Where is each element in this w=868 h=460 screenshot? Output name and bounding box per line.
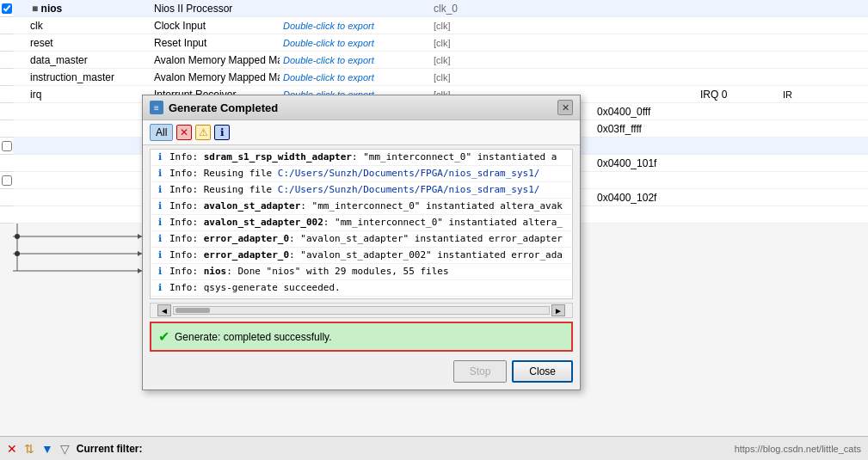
svg-point-36	[15, 251, 20, 256]
svg-point-35	[15, 234, 20, 239]
filter-error-icon[interactable]: ✕	[176, 125, 192, 140]
log-entry: ℹ Info: avalon_st_adapter_002: "mm_inter…	[151, 215, 572, 231]
table-row[interactable]: clk Clock Input Double-click to export […	[13, 17, 868, 34]
row-irq-extra: IR	[766, 89, 792, 100]
log-info-icon: ℹ	[154, 232, 166, 246]
log-text: Info: Reusing file C:/Users/Sunzh/Docume…	[169, 167, 569, 181]
row-name: data_master	[13, 54, 151, 66]
row-desc: Avalon Memory Mapped Master	[151, 71, 280, 83]
stop-button[interactable]: Stop	[453, 360, 508, 383]
row-name: irq	[13, 89, 151, 101]
row-end: 0x0400_101f	[594, 157, 697, 169]
status-message: Generate: completed successfully.	[175, 331, 332, 343]
log-text: Info: nios: Done "nios" with 29 modules,…	[169, 265, 569, 279]
filter-info-icon[interactable]: ℹ	[214, 125, 230, 140]
row-clock: [clk]	[430, 38, 499, 48]
row-end: 0x03ff_ffff	[594, 123, 697, 135]
scroll-thumb[interactable]	[175, 308, 210, 313]
row-export: Double-click to export	[280, 21, 430, 31]
row-name: clk	[13, 20, 151, 32]
table-row[interactable]: instruction_master Avalon Memory Mapped …	[13, 69, 868, 86]
row-clock: [clk]	[430, 55, 499, 65]
row-export: Double-click to export	[280, 55, 430, 65]
table-row[interactable]: reset Reset Input Double-click to export…	[13, 34, 868, 52]
dialog-title-left: ≡ Generate Completed	[150, 101, 278, 114]
info-circle-icon: ℹ	[220, 126, 225, 138]
status-area: ✔ Generate: completed successfully.	[150, 322, 573, 352]
log-entry: ℹ Info: error_adapter_0: "avalon_st_adap…	[151, 248, 572, 264]
row-irq: IRQ 0	[697, 89, 766, 101]
scroll-track[interactable]	[173, 306, 550, 315]
status-filter2-icon: ▽	[60, 442, 70, 456]
filter-all-button[interactable]: All	[150, 124, 173, 141]
row-clock: [clk]	[430, 21, 499, 31]
row-clock: [clk]	[430, 72, 499, 83]
log-text: Info: avalon_st_adapter_002: "mm_interco…	[169, 216, 569, 230]
log-entry: ℹ Info: qsys-generate succeeded.	[151, 280, 572, 297]
error-x-icon: ✕	[180, 126, 188, 138]
log-entry: ℹ Info: Reusing file C:/Users/Sunzh/Docu…	[151, 182, 572, 199]
row-desc: Avalon Memory Mapped Master	[151, 54, 280, 66]
dialog-close-button[interactable]: ✕	[557, 100, 573, 115]
left-checkboxes	[0, 0, 13, 224]
horizontal-scrollbar[interactable]: ◄ ►	[150, 303, 573, 318]
log-text: Info: sdram_s1_rsp_width_adapter: "mm_in…	[169, 150, 569, 164]
dialog-titlebar[interactable]: ≡ Generate Completed ✕	[143, 95, 580, 120]
row-export: Double-click to export	[280, 72, 430, 83]
log-entry: ℹ Info: Finished: Create HDL design file…	[151, 297, 572, 299]
table-row[interactable]: ■ nios Nios II Processor clk_0	[13, 0, 868, 17]
log-info-icon: ℹ	[154, 167, 166, 181]
row-desc: Clock Input	[151, 20, 280, 32]
row-name: ■ nios	[13, 3, 151, 15]
log-info-icon: ℹ	[154, 183, 166, 197]
url-text: https://blog.csdn.net/little_cats	[735, 444, 861, 454]
log-text: Info: Finished: Create HDL design files …	[169, 297, 569, 299]
dialog-title-icon: ≡	[150, 101, 163, 114]
log-entry: ℹ Info: nios: Done "nios" with 29 module…	[151, 264, 572, 280]
row-checkbox-11[interactable]	[2, 175, 12, 186]
row-checkbox-1[interactable]	[2, 3, 12, 14]
log-info-icon: ℹ	[154, 199, 166, 213]
log-info-icon: ℹ	[154, 216, 166, 230]
warning-triangle-icon: ⚠	[199, 126, 208, 138]
dialog-title-text: Generate Completed	[169, 101, 278, 114]
current-filter-label: Current filter:	[77, 443, 143, 455]
log-text: Info: Reusing file C:/Users/Sunzh/Docume…	[169, 183, 569, 197]
row-end: 0x0400_0fff	[594, 106, 697, 118]
log-info-icon: ℹ	[154, 297, 166, 299]
row-export: Double-click to export	[280, 38, 430, 48]
row-desc: Reset Input	[151, 37, 280, 49]
dialog-icon-symbol: ≡	[154, 103, 159, 113]
filter-warning-icon[interactable]: ⚠	[195, 125, 211, 140]
log-entry: ℹ Info: error_adapter_0: "avalon_st_adap…	[151, 231, 572, 248]
row-checkbox-9[interactable]	[2, 141, 12, 151]
scroll-left-arrow[interactable]: ◄	[157, 304, 171, 316]
status-sort-icon: ⇅	[24, 442, 34, 456]
log-text: Info: error_adapter_0: "avalon_st_adapte…	[169, 232, 569, 246]
row-desc: Nios II Processor	[151, 3, 280, 15]
log-entry: ℹ Info: avalon_st_adapter: "mm_interconn…	[151, 199, 572, 215]
row-clock: clk_0	[430, 3, 499, 15]
log-info-icon: ℹ	[154, 281, 166, 295]
filter-toolbar: All ✕ ⚠ ℹ	[143, 120, 580, 145]
generate-completed-dialog: ≡ Generate Completed ✕ All ✕ ⚠ ℹ ℹ Info:…	[142, 95, 581, 390]
row-end: 0x0400_102f	[594, 192, 697, 204]
close-button[interactable]: Close	[512, 360, 573, 383]
dialog-buttons: Stop Close	[143, 357, 580, 389]
success-check-icon: ✔	[158, 328, 169, 345]
log-text: Info: qsys-generate succeeded.	[169, 281, 569, 295]
log-info-icon: ℹ	[154, 150, 166, 164]
log-area[interactable]: ℹ Info: sdram_s1_rsp_width_adapter: "mm_…	[150, 149, 573, 299]
status-bar: ✕ ⇅ ▼ ▽ Current filter: https://blog.csd…	[0, 436, 868, 460]
table-row[interactable]: data_master Avalon Memory Mapped Master …	[13, 52, 868, 69]
status-filter-icon: ▼	[41, 442, 53, 456]
log-entry: ℹ Info: sdram_s1_rsp_width_adapter: "mm_…	[151, 150, 572, 166]
scroll-right-arrow[interactable]: ►	[551, 304, 565, 316]
log-info-icon: ℹ	[154, 265, 166, 279]
row-name: reset	[13, 37, 151, 49]
log-entry: ℹ Info: Reusing file C:/Users/Sunzh/Docu…	[151, 166, 572, 182]
row-name: instruction_master	[13, 71, 151, 83]
log-text: Info: avalon_st_adapter: "mm_interconnec…	[169, 199, 569, 213]
log-text: Info: error_adapter_0: "avalon_st_adapte…	[169, 248, 569, 262]
status-error-icon: ✕	[7, 442, 17, 456]
